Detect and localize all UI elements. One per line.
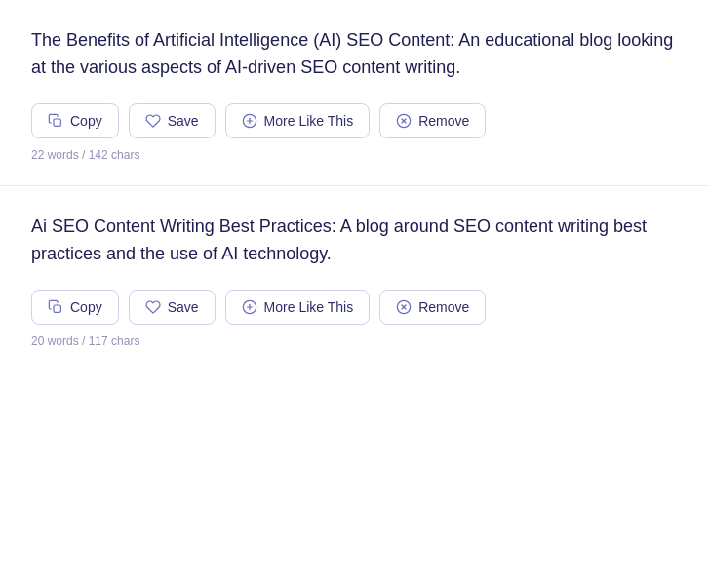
copy-button[interactable]: Copy [31,290,119,325]
action-row: Copy Save More Like This Remove [31,103,678,138]
copy-icon [48,299,63,315]
copy-icon [48,299,63,315]
remove-label: Remove [418,300,469,314]
heart-icon [145,299,161,315]
more-like-this-button[interactable]: More Like This [225,290,371,325]
remove-button[interactable]: Remove [379,103,486,138]
save-label: Save [168,300,199,314]
copy-label: Copy [70,300,102,314]
result-text: Ai SEO Content Writing Best Practices: A… [31,214,678,268]
x-circle-icon [396,113,412,129]
heart-icon [145,113,161,129]
heart-icon [145,299,161,315]
copy-icon [48,113,63,129]
copy-label: Copy [70,114,102,128]
remove-label: Remove [418,114,469,128]
word-count: 20 words / 117 chars [31,334,678,348]
x-circle-icon [396,299,412,315]
x-circle-icon [396,299,412,315]
remove-button[interactable]: Remove [379,290,486,325]
save-label: Save [168,114,199,128]
more-like-this-button[interactable]: More Like This [225,103,371,138]
plus-circle-icon [242,299,257,315]
plus-circle-icon [242,113,257,129]
more-like-this-label: More Like This [264,300,354,314]
result-text: The Benefits of Artificial Intelligence … [31,27,678,82]
plus-circle-icon [242,299,257,315]
save-button[interactable]: Save [129,290,216,325]
result-card-1: The Benefits of Artificial Intelligence … [0,0,709,186]
more-like-this-label: More Like This [264,114,354,128]
plus-circle-icon [242,113,257,129]
action-row: Copy Save More Like This Remove [31,290,678,325]
save-button[interactable]: Save [129,103,216,138]
copy-icon [48,113,63,129]
word-count: 22 words / 142 chars [31,148,678,162]
svg-rect-7 [54,305,60,312]
copy-button[interactable]: Copy [31,103,119,138]
svg-rect-0 [54,119,60,126]
heart-icon [145,113,161,129]
result-card-2: Ai SEO Content Writing Best Practices: A… [0,186,709,372]
x-circle-icon [396,113,412,129]
